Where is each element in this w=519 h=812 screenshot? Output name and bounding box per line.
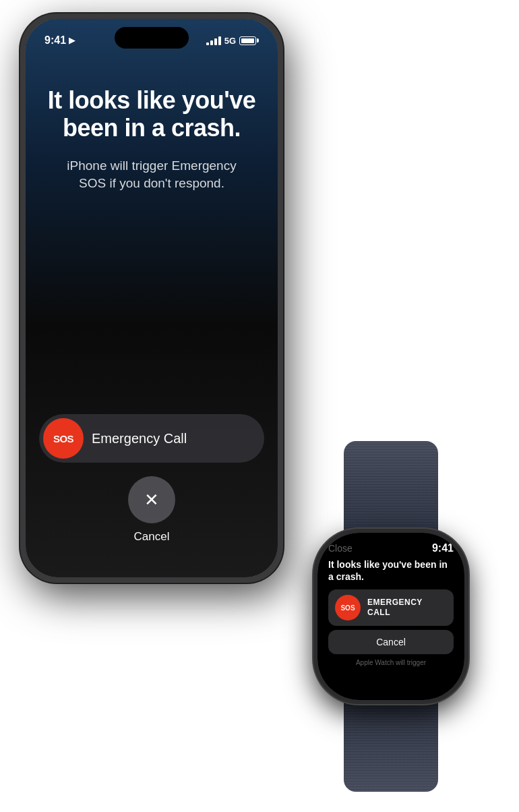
cancel-label: Cancel xyxy=(134,530,170,544)
iphone-bottom: SOS Emergency Call ✕ Cancel xyxy=(26,414,278,577)
watch-emergency-line2: CALL xyxy=(367,608,423,618)
signal-bar-1 xyxy=(206,42,209,45)
watch-time: 9:41 xyxy=(432,542,454,554)
iphone-time: 9:41 xyxy=(44,34,66,47)
watch-cancel-button[interactable]: Cancel xyxy=(328,630,454,654)
signal-bar-2 xyxy=(210,40,213,45)
sos-emergency-call-button[interactable]: SOS Emergency Call xyxy=(39,414,264,463)
watch-footer-text: Apple Watch will trigger xyxy=(356,659,426,666)
watch-crown xyxy=(464,608,468,638)
signal-bars xyxy=(206,36,221,45)
signal-bar-4 xyxy=(218,36,221,45)
iphone-content: It looks like you've been in a crash. iP… xyxy=(26,66,278,414)
watch-side-button xyxy=(466,623,468,640)
watch-crash-title: It looks like you've been in a crash. xyxy=(328,558,454,583)
sos-label: Emergency Call xyxy=(92,431,187,446)
watch-header: Close 9:41 xyxy=(328,542,454,554)
crash-subtitle: iPhone will trigger Emergency SOS if you… xyxy=(46,157,257,193)
watch-cancel-label: Cancel xyxy=(376,637,406,647)
cancel-button[interactable]: ✕ xyxy=(128,476,175,523)
watch-sos-text: SOS xyxy=(340,604,355,612)
battery-icon xyxy=(239,36,259,45)
watch-footer: Apple Watch will trigger xyxy=(328,658,454,667)
watch-sos-circle: SOS xyxy=(335,595,361,620)
dynamic-island xyxy=(115,27,189,49)
cancel-area: ✕ Cancel xyxy=(128,476,175,544)
iphone-screen: 9:41 ▶ 5G xyxy=(26,19,278,577)
battery-body xyxy=(239,36,256,45)
network-badge: 5G xyxy=(224,36,236,46)
crash-title: It looks like you've been in a crash. xyxy=(46,86,257,142)
apple-watch: Close 9:41 It looks like you've been in … xyxy=(276,441,506,792)
sos-circle: SOS xyxy=(43,418,84,459)
battery-tip xyxy=(257,38,259,42)
watch-emergency-call-text: EMERGENCY CALL xyxy=(367,598,423,618)
signal-bar-3 xyxy=(214,38,217,45)
watch-emergency-line1: EMERGENCY xyxy=(367,598,423,608)
sos-text: SOS xyxy=(53,433,73,444)
location-icon: ▶ xyxy=(69,36,75,45)
watch-close-button[interactable]: Close xyxy=(328,543,353,554)
scene: 9:41 ▶ 5G xyxy=(0,0,519,812)
iphone: 9:41 ▶ 5G xyxy=(20,13,283,583)
watch-sos-button[interactable]: SOS EMERGENCY CALL xyxy=(328,589,454,626)
watch-case: Close 9:41 It looks like you've been in … xyxy=(313,529,468,704)
watch-screen: Close 9:41 It looks like you've been in … xyxy=(317,533,464,700)
status-right: 5G xyxy=(206,36,259,46)
battery-fill xyxy=(241,38,254,43)
cancel-x-icon: ✕ xyxy=(144,490,159,511)
